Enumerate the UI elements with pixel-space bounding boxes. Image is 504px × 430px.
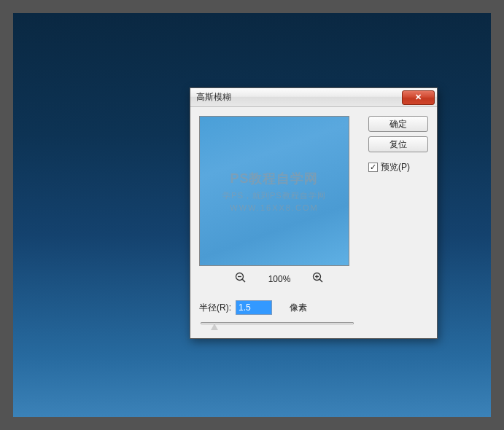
zoom-controls: 100%	[199, 272, 360, 286]
dialog-left-column: PS教程自学网 学PS，就到PS教程自学网 WWW.16XX8.COM 100%…	[199, 116, 360, 329]
zoom-out-icon[interactable]	[235, 272, 247, 286]
radius-unit-label: 像素	[290, 302, 307, 314]
ok-button[interactable]: 确定	[368, 116, 428, 132]
svg-line-4	[320, 279, 323, 282]
watermark-line3: WWW.16XX8.COM	[230, 203, 318, 212]
radius-input[interactable]	[236, 300, 272, 315]
preview-checkbox-row[interactable]: ✓ 预览(P)	[368, 161, 428, 173]
reset-button[interactable]: 复位	[368, 136, 428, 152]
preview-checkbox[interactable]: ✓	[368, 163, 378, 172]
zoom-level-label: 100%	[268, 274, 291, 284]
zoom-in-icon[interactable]	[312, 272, 324, 286]
reset-button-label: 复位	[389, 138, 407, 151]
radius-row: 半径(R): 像素	[199, 300, 360, 315]
preview-image[interactable]: PS教程自学网 学PS，就到PS教程自学网 WWW.16XX8.COM	[199, 116, 349, 266]
dialog-right-column: 确定 复位 ✓ 预览(P)	[368, 116, 428, 329]
svg-line-1	[242, 279, 245, 282]
gaussian-blur-dialog: 高斯模糊 ✕ PS教程自学网 学PS，就到PS教程自学网 WWW.16XX8.C…	[190, 87, 438, 339]
dialog-titlebar[interactable]: 高斯模糊 ✕	[190, 88, 437, 107]
dialog-body: PS教程自学网 学PS，就到PS教程自学网 WWW.16XX8.COM 100%…	[190, 107, 437, 338]
close-button[interactable]: ✕	[402, 90, 435, 105]
close-icon: ✕	[415, 93, 422, 102]
ok-button-label: 确定	[389, 118, 407, 130]
radius-label: 半径(R):	[199, 302, 231, 314]
radius-slider[interactable]	[201, 319, 354, 329]
watermark-line2: 学PS，就到PS教程自学网	[222, 190, 325, 201]
slider-track-line	[201, 322, 354, 324]
preview-checkbox-label: 预览(P)	[381, 161, 410, 173]
slider-thumb[interactable]	[211, 324, 218, 330]
dialog-title: 高斯模糊	[196, 91, 231, 103]
watermark-line1: PS教程自学网	[230, 170, 318, 187]
